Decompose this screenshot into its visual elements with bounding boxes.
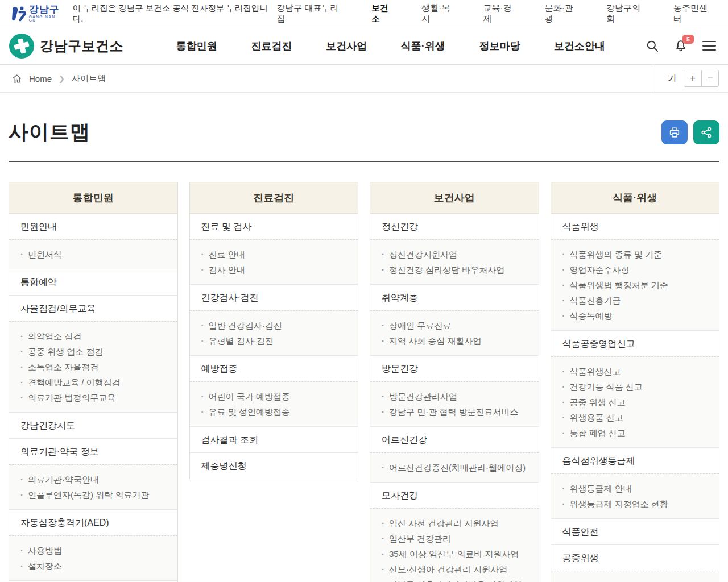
sitemap-subitem-link[interactable]: 강남구 민·관 협력 방문진료서비스	[382, 404, 527, 419]
gangnam-gu-logo[interactable]: 강남구 GANG NAM GU	[9, 5, 65, 23]
sitemap-subitem-link[interactable]: 공중위생의 종류 및 기준	[562, 578, 708, 582]
sitemap-subitem-link[interactable]: 의료기관 법정의무교육	[20, 390, 166, 405]
sitemap-subitem-link[interactable]: 유형별 검사·검진	[201, 333, 347, 348]
sitemap-subitem-link[interactable]: 산모·신생아 건강관리 지원사업	[382, 562, 527, 577]
sitemap-subitem-link[interactable]: 공중 위생 신고	[562, 394, 708, 410]
sitemap-subitem-link[interactable]: 위생등급제 안내	[562, 481, 708, 496]
sitemap-subitem-link[interactable]: 검사 안내	[201, 262, 347, 277]
font-decrease-button[interactable]: −	[701, 70, 718, 86]
utility-link[interactable]: 강남구의회	[606, 3, 648, 24]
sitemap-subitem-link[interactable]: 진료 안내	[201, 247, 347, 262]
sitemap-subitem-link[interactable]: 통합 폐업 신고	[562, 425, 708, 440]
sitemap-section-link[interactable]: 건강검사·검진	[190, 284, 358, 310]
sitemap-subitem-link[interactable]: 정신건강지원사업	[382, 247, 527, 262]
nav-item[interactable]: 진료검진	[251, 39, 292, 53]
sitemap-subitem-link[interactable]: 일반 건강검사·검진	[201, 318, 347, 333]
sitemap-subitem-link[interactable]: 식품위생의 종류 및 기준	[562, 247, 708, 262]
sitemap-section-link[interactable]: 공중위생	[551, 544, 719, 571]
breadcrumb-current: 사이트맵	[72, 73, 106, 84]
sitemap-subitem-link[interactable]: 사용방법	[20, 543, 166, 558]
sitemap-sublist: 방문건강관리사업강남구 민·관 협력 방문진료서비스	[370, 381, 539, 426]
sitemap-subitem-link[interactable]: 소독업소 자율점검	[20, 359, 166, 375]
sitemap-column-title[interactable]: 통합민원	[9, 182, 177, 214]
sitemap-section-link[interactable]: 식품공중영업신고	[551, 330, 719, 356]
sitemap-subitem-link[interactable]: 민원서식	[20, 247, 166, 262]
sitemap-subitem-link[interactable]: 설치장소	[20, 558, 166, 573]
sitemap-subitem-link[interactable]: 영업자준수사항	[562, 262, 708, 277]
menu-button[interactable]	[702, 39, 717, 53]
sitemap-subitem-link[interactable]: 지역 사회 중심 재활사업	[382, 333, 527, 348]
sitemap-subitem-link[interactable]: 임산부 건강관리	[382, 531, 527, 546]
sitemap-column-title[interactable]: 진료검진	[190, 182, 358, 214]
sitemap-subitem-link[interactable]: 결핵예방교육 / 이행점검	[20, 375, 166, 390]
sitemap-subitem-link[interactable]: 35세 이상 임산부 의료비 지원사업	[382, 546, 527, 562]
nav-item[interactable]: 식품·위생	[401, 39, 445, 53]
search-button[interactable]	[645, 39, 660, 53]
sitemap-subitem-link[interactable]: 식중독예방	[562, 308, 708, 323]
sitemap-section-link[interactable]: 어르신건강	[370, 426, 539, 452]
sitemap-section-link[interactable]: 취약계층	[370, 284, 539, 310]
font-size-label: 가	[668, 73, 677, 85]
sitemap-subitem-link[interactable]: 정신건강 심리상담 바우처사업	[382, 262, 527, 277]
utility-link[interactable]: 교육·경제	[483, 3, 520, 24]
sitemap-column-1: 통합민원민원안내민원서식통합예약자율점검/의무교육의약업소 점검공중 위생 업소…	[9, 182, 178, 582]
sitemap-section-link[interactable]: 식품위생	[551, 214, 719, 239]
sitemap-subitem-link[interactable]: 건강기능 식품 신고	[562, 379, 708, 394]
sitemap-section-link[interactable]: 식품안전	[551, 518, 719, 544]
nav-item[interactable]: 통합민원	[176, 39, 217, 53]
sitemap-subitem-link[interactable]: 유료 및 성인예방접종	[201, 404, 347, 419]
page-actions	[661, 120, 719, 144]
sitemap-subitem-link[interactable]: 위생등급제 지정업소 현황	[562, 496, 708, 512]
font-increase-button[interactable]: +	[684, 70, 701, 86]
sitemap-section-link[interactable]: 자동심장충격기(AED)	[9, 509, 177, 535]
sitemap-sublist: 의약업소 점검공중 위생 업소 점검소독업소 자율점검결핵예방교육 / 이행점검…	[9, 321, 177, 412]
sitemap-subitem-link[interactable]: 방문건강관리사업	[382, 389, 527, 404]
utility-link[interactable]: 생활·복지	[421, 3, 458, 24]
sitemap-subitem-link[interactable]: 의약업소 점검	[20, 329, 166, 344]
breadcrumb-home[interactable]: Home	[29, 74, 52, 84]
sitemap-subitem-link[interactable]: 식품위생신고	[562, 364, 708, 379]
sitemap-subitem-link[interactable]: 강남구 산후건강관리비용 지원사업	[382, 577, 527, 582]
sitemap-section-link[interactable]: 통합예약	[9, 269, 177, 295]
utility-link[interactable]: 보건소	[371, 3, 396, 24]
share-icon	[700, 126, 713, 139]
sitemap-column-title[interactable]: 식품·위생	[551, 182, 719, 214]
sitemap-subitem-link[interactable]: 식품진흥기금	[562, 293, 708, 308]
sitemap-section-link[interactable]: 강남건강지도	[9, 412, 177, 438]
share-button[interactable]	[693, 120, 719, 144]
sitemap-section-link[interactable]: 의료기관·약국 정보	[9, 438, 177, 464]
sitemap-section-link[interactable]: 음식점위생등급제	[551, 447, 719, 473]
sitemap-section-link[interactable]: 방문건강	[370, 355, 539, 381]
notification-button[interactable]: 5	[673, 39, 688, 53]
sitemap-section-link[interactable]: 정신건강	[370, 214, 539, 239]
sitemap-sublist: 임신 사전 건강관리 지원사업임산부 건강관리35세 이상 임산부 의료비 지원…	[370, 508, 539, 582]
sitemap-section-link[interactable]: 민원안내	[9, 214, 177, 239]
sitemap-subitem-link[interactable]: 어린이 국가 예방접종	[201, 389, 347, 404]
nav-item[interactable]: 정보마당	[479, 39, 520, 53]
sitemap-subitem-link[interactable]: 임신 사전 건강관리 지원사업	[382, 516, 527, 531]
main-content: 사이트맵 통합민원민원안내민원서식통합예약자율점검/의무교육	[0, 119, 728, 582]
sitemap-section-link[interactable]: 모자건강	[370, 482, 539, 508]
sitemap-subitem-link[interactable]: 공중 위생 업소 점검	[20, 344, 166, 359]
sitemap-subitem-link[interactable]: 식품위생법 행정처분 기준	[562, 277, 708, 293]
sitemap-subitem-link[interactable]: 의료기관·약국안내	[20, 472, 166, 487]
site-logo[interactable]: 강남구보건소	[9, 34, 136, 59]
gangnam-gu-logo-mark	[9, 5, 26, 22]
utility-link[interactable]: 문화·관광	[545, 3, 581, 24]
nav-item[interactable]: 보건사업	[326, 39, 367, 53]
sitemap-subitem-link[interactable]: 장애인 무료진료	[382, 318, 527, 333]
sitemap-section-link[interactable]: 예방접종	[190, 355, 358, 381]
utility-link[interactable]: 강남구 대표누리집	[276, 3, 346, 24]
sitemap-section-link[interactable]: 검사결과 조회	[190, 426, 358, 452]
home-icon[interactable]	[11, 73, 22, 84]
utility-link[interactable]: 동주민센터	[673, 3, 715, 24]
sitemap-subitem-link[interactable]: 어르신건강증진(치매관리·웰에이징)	[382, 460, 527, 475]
sitemap-section-link[interactable]: 제증명신청	[190, 452, 358, 479]
sitemap-subitem-link[interactable]: 위생용품 신고	[562, 410, 708, 425]
sitemap-section-link[interactable]: 진료 및 검사	[190, 214, 358, 239]
sitemap-section-link[interactable]: 자율점검/의무교육	[9, 295, 177, 321]
sitemap-subitem-link[interactable]: 인플루엔자(독감) 위탁 의료기관	[20, 487, 166, 502]
print-button[interactable]	[661, 120, 688, 144]
sitemap-column-title[interactable]: 보건사업	[370, 182, 539, 214]
nav-item[interactable]: 보건소안내	[554, 39, 605, 53]
